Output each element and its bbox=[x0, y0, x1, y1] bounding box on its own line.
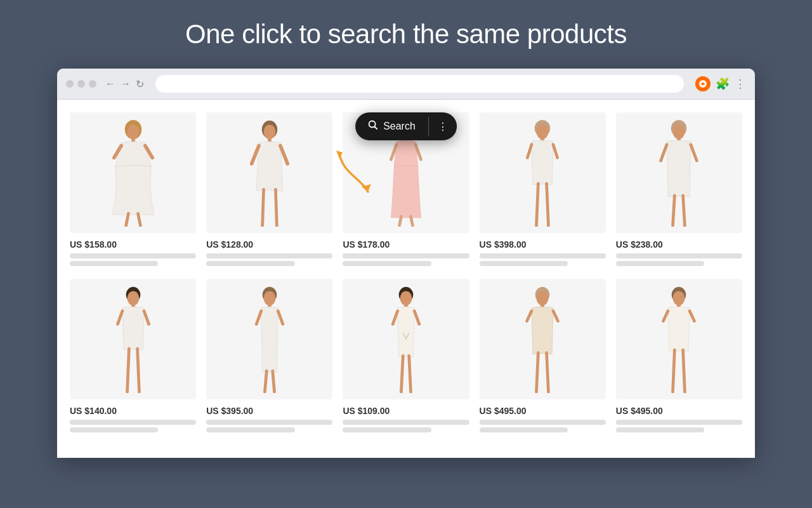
product-price: US $495.00 bbox=[480, 406, 606, 416]
address-bar[interactable] bbox=[155, 75, 684, 93]
product-card: US $495.00 bbox=[616, 279, 742, 435]
refresh-button[interactable]: ↻ bbox=[136, 78, 144, 90]
svg-line-27 bbox=[528, 145, 532, 158]
product-desc-line1 bbox=[343, 420, 469, 425]
product-image bbox=[70, 112, 196, 233]
product-desc-line2 bbox=[480, 427, 568, 432]
product-desc-line2 bbox=[70, 427, 158, 432]
svg-line-70 bbox=[690, 311, 695, 321]
product-desc-line1 bbox=[343, 253, 469, 258]
svg-line-16 bbox=[275, 189, 277, 225]
svg-line-55 bbox=[393, 311, 398, 324]
product-price: US $158.00 bbox=[70, 239, 196, 250]
product-image bbox=[616, 279, 742, 399]
svg-line-64 bbox=[537, 353, 539, 392]
search-more-button[interactable]: ⋮ bbox=[429, 113, 457, 140]
back-button[interactable]: ← bbox=[105, 78, 115, 90]
product-image bbox=[206, 279, 332, 399]
product-card: US $128.00 bbox=[206, 112, 332, 269]
forward-button[interactable]: → bbox=[121, 78, 131, 90]
search-pill: Search ⋮ bbox=[355, 112, 457, 140]
svg-point-46 bbox=[263, 291, 275, 305]
svg-point-4 bbox=[127, 124, 139, 139]
product-desc-line2 bbox=[206, 261, 294, 266]
svg-line-51 bbox=[273, 371, 275, 392]
svg-line-9 bbox=[138, 213, 140, 225]
traffic-lights bbox=[66, 80, 96, 88]
svg-point-11 bbox=[263, 124, 275, 139]
svg-line-69 bbox=[664, 311, 669, 321]
svg-point-53 bbox=[400, 291, 412, 305]
product-desc-line1 bbox=[480, 253, 606, 258]
svg-line-42 bbox=[144, 311, 149, 324]
svg-line-13 bbox=[251, 146, 258, 164]
svg-line-8 bbox=[126, 213, 128, 225]
browser-more-icon[interactable]: ⋮ bbox=[735, 77, 746, 91]
product-image bbox=[343, 279, 469, 399]
product-desc-line1 bbox=[480, 420, 606, 425]
product-desc-line1 bbox=[70, 253, 196, 258]
svg-line-62 bbox=[527, 311, 532, 321]
svg-line-22 bbox=[400, 217, 402, 225]
svg-line-57 bbox=[401, 356, 403, 392]
product-desc-line1 bbox=[616, 420, 742, 425]
svg-line-28 bbox=[553, 145, 558, 158]
product-price: US $178.00 bbox=[343, 239, 469, 250]
product-price: US $140.00 bbox=[70, 406, 196, 416]
product-image bbox=[616, 112, 742, 233]
product-desc-line2 bbox=[206, 427, 294, 432]
svg-line-2 bbox=[375, 127, 377, 130]
puzzle-icon[interactable]: 🧩 bbox=[716, 77, 730, 91]
product-desc-line1 bbox=[206, 253, 332, 258]
svg-line-56 bbox=[414, 311, 419, 324]
svg-line-72 bbox=[683, 350, 685, 392]
search-icon bbox=[368, 120, 378, 133]
svg-point-25 bbox=[537, 124, 549, 139]
product-price: US $495.00 bbox=[616, 406, 742, 416]
search-label: Search bbox=[383, 121, 416, 132]
svg-point-32 bbox=[673, 124, 685, 139]
svg-line-14 bbox=[280, 146, 287, 164]
svg-line-34 bbox=[661, 145, 667, 161]
browser-actions: 🧩 ⋮ bbox=[695, 76, 746, 91]
product-price: US $128.00 bbox=[206, 239, 332, 250]
svg-line-15 bbox=[262, 189, 263, 225]
svg-line-63 bbox=[553, 311, 558, 321]
product-card: US $109.00 bbox=[343, 279, 469, 435]
browser-window: ← → ↻ 🧩 ⋮ bbox=[57, 69, 755, 458]
product-price: US $398.00 bbox=[480, 239, 606, 250]
svg-line-43 bbox=[127, 349, 129, 392]
search-button[interactable]: Search bbox=[355, 112, 428, 140]
product-desc-line2 bbox=[616, 261, 704, 266]
product-desc-line1 bbox=[206, 420, 332, 425]
svg-line-37 bbox=[683, 196, 685, 225]
product-desc-line2 bbox=[480, 261, 568, 266]
product-desc-line2 bbox=[343, 261, 431, 266]
product-card: US $238.00 bbox=[616, 112, 742, 269]
product-desc-line1 bbox=[616, 253, 742, 258]
svg-line-49 bbox=[278, 311, 283, 324]
product-price: US $395.00 bbox=[206, 406, 332, 416]
product-image bbox=[70, 279, 196, 399]
extension-icon[interactable] bbox=[695, 76, 710, 91]
product-card: US $398.00 bbox=[480, 112, 606, 269]
svg-point-60 bbox=[537, 291, 549, 305]
svg-line-36 bbox=[673, 196, 675, 225]
svg-line-23 bbox=[411, 217, 413, 225]
product-grid-row2: US $140.00 bbox=[70, 279, 742, 435]
product-image bbox=[480, 279, 606, 399]
svg-point-67 bbox=[673, 291, 685, 305]
product-image bbox=[206, 112, 332, 233]
product-desc-line2 bbox=[616, 427, 704, 432]
nav-buttons: ← → ↻ bbox=[105, 78, 144, 90]
svg-line-58 bbox=[409, 356, 411, 392]
svg-line-50 bbox=[265, 371, 266, 392]
product-desc-line2 bbox=[70, 261, 158, 266]
product-card: US $395.00 bbox=[206, 279, 332, 435]
svg-line-35 bbox=[691, 145, 697, 161]
svg-line-48 bbox=[256, 311, 261, 324]
page-headline: One click to search the same products bbox=[185, 19, 627, 50]
page-content: Search ⋮ bbox=[57, 100, 755, 458]
product-desc-line2 bbox=[343, 427, 431, 432]
svg-line-30 bbox=[547, 184, 549, 225]
